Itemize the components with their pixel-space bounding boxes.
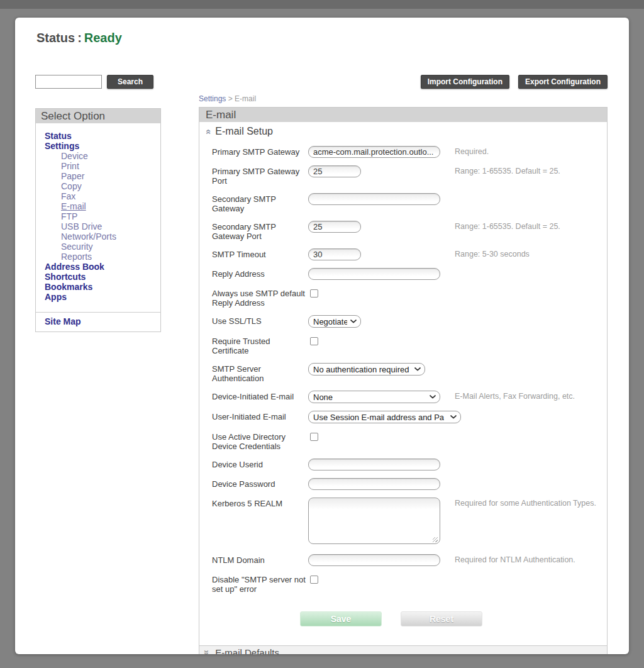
- form-row-primary-smtp-gateway: Primary SMTP GatewayRequired.: [212, 146, 607, 158]
- require-trusted-certificate-checkbox[interactable]: [310, 337, 318, 345]
- page-card: Status:Ready Search Select Option Status…: [15, 18, 629, 654]
- breadcrumb-current: E-mail: [235, 94, 256, 103]
- field-hint: E-Mail Alerts, Fax Forwarding, etc.: [455, 391, 601, 403]
- field-control: [308, 146, 455, 158]
- kerberos-5-realm-textarea[interactable]: [308, 498, 440, 544]
- form-row-user-initiated-e-mail: User-Initiated E-mailUse Session E-mail …: [212, 411, 607, 423]
- status-separator: :: [77, 31, 82, 45]
- sidebar-menu: StatusSettingsDevicePrintPaperCopyFaxE-m…: [36, 123, 160, 312]
- sidebar-item-address-book[interactable]: Address Book: [36, 262, 160, 272]
- form-row-disable-smtp-server-not-set-up-error: Disable "SMTP server not set up" error: [212, 574, 607, 594]
- form-row-always-use-smtp-default-reply-address: Always use SMTP default Reply Address: [212, 287, 607, 308]
- device-userid-input[interactable]: [308, 459, 440, 470]
- field-control: [308, 498, 455, 547]
- sidebar-item-reports[interactable]: Reports: [36, 252, 160, 262]
- chevron-down-icon: [430, 395, 436, 399]
- textarea-wrap: [308, 498, 440, 547]
- field-hint: [455, 287, 601, 308]
- primary-smtp-gateway-input[interactable]: [308, 146, 440, 158]
- form-row-reply-address: Reply Address: [212, 268, 607, 280]
- email-setup-title: E-mail Setup: [215, 126, 273, 137]
- collapsed-section-e-mail-defaults[interactable]: »E-mail Defaults: [199, 645, 607, 654]
- field-hint: [455, 315, 601, 328]
- field-hint: Range: 5-30 seconds: [455, 248, 601, 260]
- disable-smtp-server-not-set-up-error-checkbox[interactable]: [310, 576, 318, 584]
- top-band: [0, 0, 644, 9]
- field-hint: [455, 193, 601, 213]
- sidebar-item-copy[interactable]: Copy: [36, 181, 160, 191]
- import-configuration-button[interactable]: Import Configuration: [421, 75, 509, 89]
- search-button[interactable]: Search: [107, 75, 153, 89]
- sidebar-item-security[interactable]: Security: [36, 242, 160, 252]
- use-active-directory-device-credentials-checkbox[interactable]: [310, 433, 318, 441]
- always-use-smtp-default-reply-address-checkbox[interactable]: [310, 289, 318, 298]
- primary-smtp-gateway-port-input[interactable]: [308, 165, 361, 177]
- sidebar-item-print[interactable]: Print: [36, 161, 160, 171]
- field-control: Negotiate: [308, 315, 455, 328]
- device-initiated-e-mail-select[interactable]: None: [308, 391, 440, 403]
- field-label: Disable "SMTP server not set up" error: [212, 574, 308, 594]
- field-label: Require Trusted Certificate: [212, 335, 308, 355]
- email-setup-section-header[interactable]: » E-mail Setup: [199, 122, 607, 143]
- sidebar: Search Select Option StatusSettingsDevic…: [35, 75, 161, 654]
- ntlm-domain-input[interactable]: [308, 554, 440, 566]
- chevron-down-icon: [350, 320, 357, 323]
- secondary-smtp-gateway-port-input[interactable]: [308, 221, 361, 233]
- collapsed-sections: »E-mail Defaults»Web Link Setup»Customiz…: [199, 645, 607, 654]
- sidebar-item-ftp[interactable]: FTP: [36, 211, 160, 221]
- field-control: [308, 287, 455, 308]
- device-password-input[interactable]: [308, 478, 440, 490]
- user-initiated-e-mail-select[interactable]: Use Session E-mail address and Pa: [308, 411, 461, 423]
- sidebar-item-usb-drive[interactable]: USB Drive: [36, 221, 160, 231]
- field-hint: [455, 335, 601, 355]
- sidebar-item-settings[interactable]: Settings: [36, 141, 160, 151]
- field-control: Use Session E-mail address and Pa: [308, 411, 455, 423]
- field-label: Secondary SMTP Gateway Port: [212, 221, 308, 241]
- breadcrumb-settings-link[interactable]: Settings: [199, 94, 226, 103]
- secondary-smtp-gateway-input[interactable]: [308, 193, 440, 205]
- field-label: SMTP Server Authentication: [212, 363, 308, 383]
- sidebar-item-status[interactable]: Status: [36, 131, 160, 141]
- field-hint: [455, 268, 601, 280]
- sidebar-item-e-mail[interactable]: E-mail: [36, 201, 160, 211]
- field-control: [308, 221, 455, 241]
- field-control: [308, 248, 455, 260]
- field-control: [308, 478, 455, 490]
- field-label: User-Initiated E-mail: [212, 411, 308, 423]
- field-label: Reply Address: [212, 268, 308, 280]
- field-hint: Required for some Authentication Types.: [455, 498, 601, 547]
- field-hint: Required.: [455, 146, 601, 158]
- sidebar-item-shortcuts[interactable]: Shortcuts: [36, 272, 160, 282]
- field-label: NTLM Domain: [212, 554, 308, 566]
- field-label: Kerberos 5 REALM: [212, 498, 308, 547]
- field-hint: [455, 431, 601, 451]
- sidebar-item-apps[interactable]: Apps: [36, 292, 160, 302]
- form-row-device-userid: Device Userid: [212, 459, 607, 470]
- export-configuration-button[interactable]: Export Configuration: [518, 75, 608, 89]
- form-row-device-initiated-e-mail: Device-Initiated E-mailNoneE-Mail Alerts…: [212, 391, 607, 403]
- search-input[interactable]: [35, 75, 102, 89]
- reply-address-input[interactable]: [308, 268, 440, 280]
- sidebar-item-fax[interactable]: Fax: [36, 191, 160, 201]
- collapse-double-chevron-down-icon: »: [203, 650, 212, 654]
- status-value: Ready: [84, 31, 122, 45]
- smtp-timeout-input[interactable]: [308, 248, 361, 260]
- status-label: Status: [36, 31, 75, 45]
- sidebar-item-network-ports[interactable]: Network/Ports: [36, 231, 160, 242]
- collapse-double-chevron-up-icon: »: [203, 129, 212, 134]
- email-panel: E-mail » E-mail Setup Primary SMTP Gatew…: [199, 107, 608, 654]
- field-label: Use Active Directory Device Credentials: [212, 431, 308, 451]
- form-row-smtp-server-authentication: SMTP Server AuthenticationNo authenticat…: [212, 363, 607, 383]
- sidebar-item-device[interactable]: Device: [36, 151, 160, 161]
- selected-option-label: None: [313, 392, 333, 402]
- sidebar-item-site-map[interactable]: Site Map: [36, 313, 160, 331]
- field-hint: [455, 574, 601, 594]
- sidebar-item-bookmarks[interactable]: Bookmarks: [36, 282, 160, 292]
- breadcrumb-separator: >: [228, 94, 233, 103]
- field-label: Device-Initiated E-mail: [212, 391, 308, 403]
- sidebar-item-paper[interactable]: Paper: [36, 171, 160, 181]
- smtp-server-authentication-select[interactable]: No authentication required: [308, 363, 425, 376]
- save-button[interactable]: Save: [300, 611, 382, 626]
- use-ssl-tls-select[interactable]: Negotiate: [308, 315, 361, 328]
- reset-button[interactable]: Reset: [401, 611, 482, 626]
